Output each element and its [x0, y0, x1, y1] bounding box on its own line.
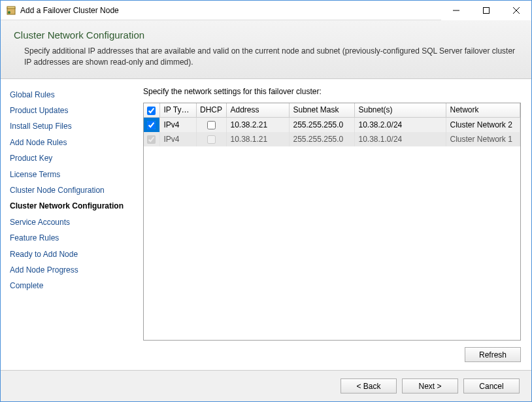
dhcp-checkbox[interactable] [207, 121, 216, 129]
svg-point-2 [8, 11, 10, 14]
column-header[interactable]: Address [226, 103, 289, 118]
sidebar-item[interactable]: Cluster Node Configuration [10, 182, 135, 198]
footer: < Back Next > Cancel [1, 370, 531, 401]
sidebar-item[interactable]: Product Key [10, 150, 135, 166]
sidebar-item[interactable]: Global Rules [10, 87, 135, 103]
dhcp-checkbox [207, 135, 216, 144]
column-header[interactable]: DHCP [196, 103, 226, 118]
column-header[interactable]: Subnet(s) [354, 103, 446, 118]
cell-subnet: 10.38.2.0/24 [354, 118, 446, 132]
maximize-button[interactable] [471, 1, 501, 20]
sidebar-item[interactable]: Product Updates [10, 103, 135, 118]
cell-network: Cluster Network 2 [446, 118, 520, 132]
sidebar-item[interactable]: Ready to Add Node [10, 246, 135, 262]
row-checkbox[interactable] [147, 121, 156, 129]
app-icon [6, 5, 16, 16]
cell-address: 10.38.1.21 [226, 132, 289, 146]
page-title: Cluster Network Configuration [14, 29, 518, 41]
cell-ip-type: IPv4 [159, 118, 196, 132]
next-button[interactable]: Next > [402, 378, 458, 394]
content-panel: Specify the network settings for this fa… [135, 79, 531, 370]
cell-address: 10.38.2.21 [226, 118, 289, 132]
window-title: Add a Failover Cluster Node [20, 6, 441, 15]
sidebar-item[interactable]: Cluster Network Configuration [10, 198, 135, 214]
column-header[interactable]: Subnet Mask [289, 103, 354, 118]
network-table-container: IP Ty…DHCPAddressSubnet MaskSubnet(s)Net… [143, 103, 521, 341]
network-table: IP Ty…DHCPAddressSubnet MaskSubnet(s)Net… [144, 103, 520, 146]
column-header[interactable]: Network [446, 103, 520, 118]
sidebar-item[interactable]: Complete [10, 278, 135, 293]
sidebar-item[interactable]: Install Setup Files [10, 118, 135, 134]
sidebar-item[interactable]: Service Accounts [10, 214, 135, 230]
sidebar: Global RulesProduct UpdatesInstall Setup… [1, 79, 135, 370]
cell-network: Cluster Network 1 [446, 132, 520, 146]
table-row[interactable]: IPv410.38.2.21255.255.255.010.38.2.0/24C… [144, 118, 520, 132]
back-button[interactable]: < Back [341, 378, 397, 394]
page-header: Cluster Network Configuration Specify ad… [1, 20, 531, 79]
column-header[interactable]: IP Ty… [159, 103, 196, 118]
table-row[interactable]: IPv410.38.1.21255.255.255.010.38.1.0/24C… [144, 132, 520, 146]
page-description: Specify additional IP addresses that are… [24, 46, 518, 68]
table-body: IPv410.38.2.21255.255.255.010.38.2.0/24C… [144, 118, 520, 146]
cell-ip-type: IPv4 [159, 132, 196, 146]
sidebar-item[interactable]: License Terms [10, 167, 135, 182]
cell-subnet-mask: 255.255.255.0 [289, 118, 354, 132]
titlebar: Add a Failover Cluster Node [1, 1, 531, 20]
table-header-row: IP Ty…DHCPAddressSubnet MaskSubnet(s)Net… [144, 103, 520, 118]
close-button[interactable] [501, 1, 531, 20]
svg-rect-1 [7, 7, 15, 8]
column-header[interactable] [144, 103, 159, 118]
select-all-checkbox[interactable] [147, 107, 156, 115]
content-label: Specify the network settings for this fa… [143, 87, 521, 96]
sidebar-item[interactable]: Add Node Progress [10, 262, 135, 278]
minimize-button[interactable] [441, 1, 471, 20]
body-area: Global RulesProduct UpdatesInstall Setup… [1, 79, 531, 370]
cancel-button[interactable]: Cancel [463, 378, 520, 394]
sidebar-item[interactable]: Feature Rules [10, 230, 135, 246]
refresh-button[interactable]: Refresh [465, 347, 521, 362]
cell-subnet: 10.38.1.0/24 [354, 132, 446, 146]
sidebar-item[interactable]: Add Node Rules [10, 135, 135, 150]
row-checkbox [147, 135, 156, 144]
cell-subnet-mask: 255.255.255.0 [289, 132, 354, 146]
svg-rect-4 [484, 7, 490, 13]
refresh-row: Refresh [143, 347, 521, 362]
